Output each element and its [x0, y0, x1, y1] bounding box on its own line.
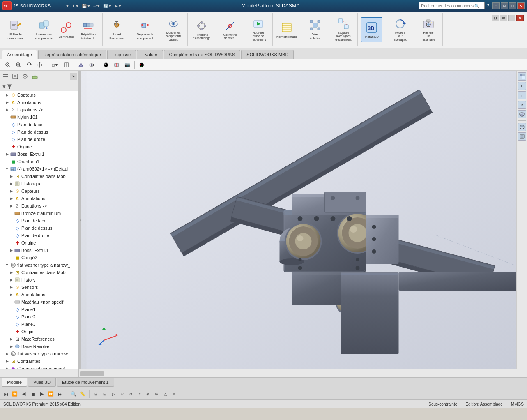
tree-item-contraintes-mob1[interactable]: ▶ ⊡ Contraintes dans Mob: [0, 173, 78, 180]
tab-representation[interactable]: Représentation schématique: [38, 50, 106, 59]
tree-item-flat-washer2[interactable]: ▶ flat washer type a narrow_: [0, 350, 78, 358]
edit-component-btn[interactable]: Editer lecomposant: [5, 17, 26, 42]
zoom-fit-btn[interactable]: [3, 60, 12, 69]
tree-item-equations2[interactable]: ▶ Σ Equations ->: [0, 202, 78, 210]
section-view-btn[interactable]: [112, 60, 121, 69]
property-manager-btn[interactable]: [11, 72, 20, 81]
view-top-btn[interactable]: T: [518, 91, 526, 99]
step-fwd-btn[interactable]: ⏩: [47, 390, 55, 398]
close-view-btn[interactable]: ✕: [516, 15, 524, 21]
minimize-toolbar-btn[interactable]: −: [508, 15, 515, 21]
display-mode-btn[interactable]: [518, 123, 526, 131]
split-view-btn[interactable]: ⧉: [500, 15, 507, 21]
tree-item-plane2[interactable]: ◇ Plane2: [0, 313, 78, 321]
tree-item-comp-sym1[interactable]: ▶ ◉ Composant symétrique1: [0, 365, 78, 369]
tab-complements[interactable]: Compléments de SOLIDWORKS: [164, 50, 241, 59]
bottom-tab-etude[interactable]: Etude de mouvement 1: [57, 378, 114, 387]
step-back-btn[interactable]: ⏪: [11, 390, 19, 398]
tree-item-equations-top[interactable]: ▶ Σ Equations ->: [0, 106, 78, 113]
3d-viewport[interactable]: F T R: [81, 71, 527, 369]
view-front-btn[interactable]: F: [518, 82, 526, 90]
tree-item-plane1[interactable]: ◇ Plane1: [0, 306, 78, 313]
tree-item-materiau[interactable]: Matériau <non spécifi: [0, 298, 78, 306]
view-right-btn[interactable]: R: [518, 101, 526, 109]
stop-btn[interactable]: ⏹: [29, 390, 37, 398]
new-study-btn[interactable]: Nouvelleétude demouvement: [248, 17, 269, 42]
tree-item-nylon101[interactable]: Nylon 101: [0, 113, 78, 121]
tree-item-chanfrein1[interactable]: ◼ Chanfrein1: [0, 158, 78, 165]
maximize-btn[interactable]: □: [509, 2, 516, 9]
bottom-tab-vues3d[interactable]: Vues 3D: [28, 378, 56, 387]
rotate-btn[interactable]: [25, 60, 34, 69]
tree-item-origine-top[interactable]: ✚ Origine: [0, 143, 78, 150]
tree-item-origin[interactable]: ✚ Origin: [0, 328, 78, 335]
tree-item-bronze[interactable]: Bronze d'aluminium: [0, 210, 78, 217]
geometry-ref-btn[interactable]: Géométriede référ...: [219, 17, 241, 42]
tab-esquisse[interactable]: Esquisse: [107, 50, 136, 59]
camera-btn[interactable]: 📷: [123, 60, 132, 69]
tree-item-origine2[interactable]: ✚ Origine: [0, 239, 78, 247]
constraints-btn[interactable]: Contrainte: [55, 17, 77, 42]
exploded-view-btn[interactable]: Vueéclatée: [304, 17, 326, 42]
display-style-btn[interactable]: [76, 60, 85, 69]
tree-item-plan-dessus[interactable]: ◇ Plan de dessus: [0, 128, 78, 136]
play-end-btn[interactable]: ⏭: [56, 390, 64, 398]
linear-repeat-btn[interactable]: Répétitionlinéaire d...: [78, 17, 99, 42]
expand-panel-btn[interactable]: »: [70, 73, 77, 80]
view-iso-btn[interactable]: [518, 110, 526, 118]
tree-item-base-revolve[interactable]: ▶ Base-Revolve: [0, 343, 78, 350]
nomenclature-btn[interactable]: Nomenclature: [276, 17, 297, 42]
tab-assemblage[interactable]: Assemblage: [2, 50, 37, 59]
move-component-btn[interactable]: Déplacer lecomposant: [134, 17, 156, 42]
play-fwd-btn[interactable]: ▶: [38, 390, 46, 398]
tree-item-contraintes-mob2[interactable]: ▶ ⊡ Contraintes dans Mob: [0, 269, 78, 276]
tree-item-boss-extru1-top[interactable]: ▶ Boss.-Extru.1: [0, 150, 78, 158]
tree-item-conge2[interactable]: ◼ Congé2: [0, 254, 78, 261]
tree-item-contraintes-main[interactable]: ▶ ⊡ Contraintes: [0, 358, 78, 365]
color-btn[interactable]: [137, 60, 146, 69]
feature-tree[interactable]: ▶ ⚙ Capteurs ▶ A Annotations ▶ Σ Equatio…: [0, 91, 78, 369]
show-hidden-btn[interactable]: Montrer lescomposantscachés: [163, 17, 184, 42]
tree-item-plan-face[interactable]: ◇ Plan de face: [0, 121, 78, 128]
zoom-fit-bottom-btn[interactable]: 🔍: [69, 390, 78, 398]
tab-evaluer[interactable]: Evaluer: [137, 50, 163, 59]
tree-item-annotations-top[interactable]: ▶ A Annotations: [0, 99, 78, 106]
assembly-functions-btn[interactable]: Fonctionsd'assemblage: [191, 17, 212, 42]
tree-item-plan-droite2[interactable]: ◇ Plan de droite: [0, 232, 78, 239]
restore-btn[interactable]: ⧉: [501, 2, 508, 9]
bottom-tab-modele[interactable]: Modèle: [2, 378, 27, 387]
tree-item-history[interactable]: ▶ History: [0, 276, 78, 284]
instant3d-btn[interactable]: 3D Instant3D: [361, 17, 382, 42]
shading-btn[interactable]: [518, 132, 526, 141]
tree-item-materefs[interactable]: ▶ ⊡ MateReferences: [0, 335, 78, 343]
tab-mbd[interactable]: SOLIDWORKS MBD: [241, 50, 294, 59]
tree-item-plane3[interactable]: ◇ Plane3: [0, 321, 78, 328]
play-back-btn[interactable]: ◀: [20, 390, 28, 398]
play-btn[interactable]: ⏮: [2, 390, 10, 398]
appearance-btn[interactable]: [30, 72, 39, 81]
tree-item-annotations2[interactable]: ▶ A Annotations: [0, 195, 78, 202]
tree-item-historique[interactable]: ▶ Historique: [0, 180, 78, 187]
help-btn[interactable]: ?: [486, 3, 489, 9]
h-scrollbar-thumb[interactable]: [80, 371, 104, 376]
command-search[interactable]: 🔍: [419, 2, 485, 9]
command-search-input[interactable]: [421, 4, 474, 8]
panel-toggle-btn[interactable]: ⊡: [492, 15, 499, 21]
minimize-btn[interactable]: −: [492, 2, 500, 9]
tree-item-plan-face2[interactable]: ◇ Plan de face: [0, 217, 78, 224]
measure-btn[interactable]: 📏: [78, 390, 87, 398]
tree-item-am0602[interactable]: ▼ (−) (-) am0602<1> -> (Défaul: [0, 165, 78, 173]
explode-lines-btn[interactable]: Esquisseavec lignesd'éclatement: [333, 17, 354, 42]
tree-item-flat-washer1[interactable]: ▼ flat washer type a narrow_: [0, 261, 78, 269]
view-orientation-btn[interactable]: [62, 60, 71, 69]
hide-show-btn[interactable]: [87, 60, 96, 69]
insert-components-btn[interactable]: + Insérer descomposants: [33, 17, 55, 42]
config-manager-btn[interactable]: [21, 72, 30, 81]
view-palette-btn[interactable]: [518, 72, 526, 81]
update-speedpak-btn[interactable]: Mettre àjourSpeedpak: [389, 17, 411, 42]
tree-item-boss-extru2[interactable]: ▶ Boss.-Extru.1: [0, 247, 78, 254]
pan-btn[interactable]: [35, 60, 44, 69]
take-snapshot-btn[interactable]: Prendreuninstantané: [418, 17, 439, 42]
tree-item-capteurs2[interactable]: ▶ ⚙ Capteurs: [0, 187, 78, 195]
tree-item-plan-dessus2[interactable]: ◇ Plan de dessus: [0, 224, 78, 232]
